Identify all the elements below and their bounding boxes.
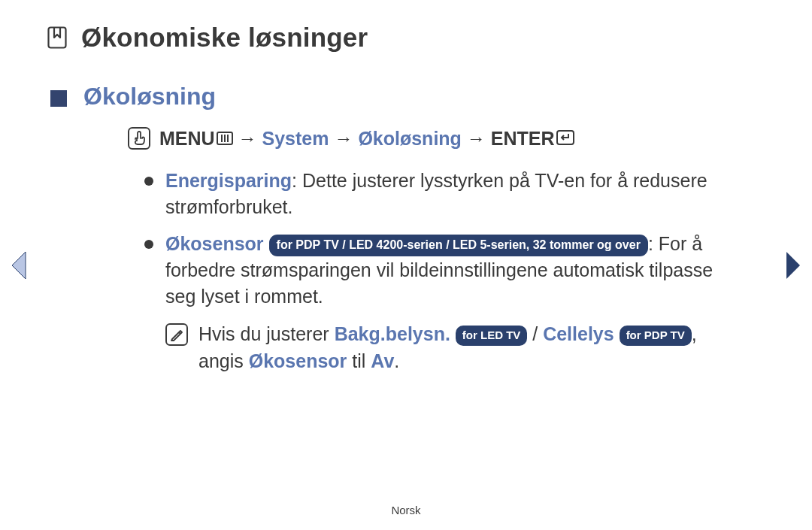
next-page-button[interactable] bbox=[783, 250, 803, 280]
device-badge: for LED TV bbox=[456, 326, 528, 346]
chapter-header: Økonomiske løsninger bbox=[47, 23, 761, 53]
enter-glyph-icon bbox=[556, 130, 574, 147]
section-title: Økoløsning bbox=[83, 83, 216, 111]
menu-glyph-icon bbox=[217, 132, 233, 147]
list-item: Økosensor for PDP TV / LED 4200-serien /… bbox=[144, 231, 746, 310]
square-bullet-icon bbox=[50, 90, 67, 107]
list-item: Energisparing: Dette justerer lysstyrken… bbox=[144, 168, 746, 220]
svg-marker-6 bbox=[12, 252, 26, 279]
prev-page-button[interactable] bbox=[9, 250, 29, 280]
footer-language: Norsk bbox=[0, 504, 812, 516]
svg-rect-0 bbox=[49, 28, 66, 48]
touch-icon bbox=[128, 127, 150, 150]
content-list: Energisparing: Dette justerer lysstyrken… bbox=[47, 168, 761, 375]
note-text: Hvis du justerer Bakg.belysn. for LED TV… bbox=[198, 320, 746, 375]
note-row: Hvis du justerer Bakg.belysn. for LED TV… bbox=[144, 320, 746, 375]
device-badge: for PDP TV bbox=[620, 326, 692, 346]
page-title: Økonomiske løsninger bbox=[81, 23, 368, 53]
list-item-text: Energisparing: Dette justerer lysstyrken… bbox=[165, 168, 746, 220]
bullet-icon bbox=[144, 177, 153, 186]
menu-path: MENU → System → Økoløsning → ENTER bbox=[47, 127, 761, 150]
svg-marker-7 bbox=[786, 252, 800, 279]
bookmark-icon bbox=[47, 26, 68, 50]
menu-path-text: MENU → System → Økoløsning → ENTER bbox=[159, 128, 574, 150]
note-icon bbox=[165, 323, 188, 346]
device-badge: for PDP TV / LED 4200-serien / LED 5-ser… bbox=[269, 235, 648, 256]
list-item-text: Økosensor for PDP TV / LED 4200-serien /… bbox=[165, 231, 746, 310]
bullet-icon bbox=[144, 240, 153, 249]
section-header: Økoløsning bbox=[47, 83, 761, 111]
